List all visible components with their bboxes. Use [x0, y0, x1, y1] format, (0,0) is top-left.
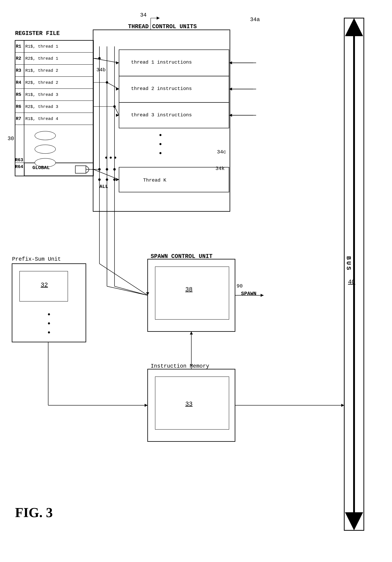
ellipse-2 — [35, 145, 56, 154]
svg-marker-45 — [345, 18, 363, 36]
register-file-label: REGISTER FILE — [15, 30, 60, 37]
svg-point-35 — [113, 178, 116, 181]
reg-val-r1: R1$, thread 1 — [24, 44, 58, 49]
svg-point-33 — [98, 178, 101, 181]
svg-marker-47 — [345, 512, 363, 530]
ref-34k: 34k — [215, 166, 225, 171]
svg-line-28 — [115, 106, 119, 115]
ref-34a: 34a — [250, 17, 260, 23]
reg-r64-label: R64 — [15, 164, 23, 169]
ref-30: 30 — [8, 136, 14, 142]
thread2-instr-label: thread 2 instructions — [131, 86, 192, 92]
thread-k-label: Thread K — [143, 177, 166, 183]
svg-marker-65 — [341, 404, 344, 407]
svg-line-19 — [93, 58, 119, 63]
ref-32: 32 — [41, 282, 48, 289]
svg-rect-72 — [75, 166, 86, 173]
svg-line-58 — [99, 264, 148, 295]
svg-point-26 — [106, 81, 108, 84]
svg-point-74 — [98, 168, 101, 171]
svg-point-76 — [113, 168, 116, 171]
svg-line-31 — [93, 169, 119, 180]
svg-marker-70 — [145, 404, 148, 407]
svg-marker-32 — [116, 178, 119, 181]
svg-rect-0 — [93, 30, 230, 211]
svg-rect-4 — [119, 167, 229, 192]
ref-34: 34 — [140, 12, 147, 18]
svg-rect-51 — [148, 259, 235, 331]
instr-mem-title: Instruction Memory — [151, 363, 209, 369]
reg-row-r4: R4 R2$, thread 2 — [15, 77, 93, 89]
ref-38: 38 — [185, 286, 193, 293]
ref-33: 33 — [185, 401, 193, 408]
reg-row-r2: R2 R2$, thread 1 — [15, 52, 93, 64]
ref-90: 90 — [237, 283, 243, 289]
tcu-vertical-dots: ••• — [158, 131, 163, 158]
svg-line-24 — [107, 82, 119, 89]
all-label: ALL — [99, 184, 108, 189]
svg-marker-79 — [157, 17, 160, 20]
svg-line-59 — [107, 286, 148, 295]
svg-point-22 — [98, 57, 101, 59]
prefix-dots: ••• — [47, 310, 51, 338]
tcu-label: THREAD CONTROL UNITS — [128, 23, 197, 30]
ref-34b: 34b — [96, 67, 106, 73]
ellipse-1 — [35, 131, 56, 140]
svg-point-75 — [106, 168, 108, 171]
spawn-label: SPAWN — [241, 291, 256, 296]
svg-point-30 — [113, 105, 116, 108]
global-label: GLOBAL — [32, 165, 50, 171]
ref-40: 40 — [348, 279, 355, 285]
reg-row-r6: R6 R2$, thread 3 — [15, 101, 93, 113]
bus-dots: ••• — [104, 154, 117, 163]
svg-point-34 — [106, 178, 108, 181]
reg-num-r1: R1 — [15, 40, 24, 52]
reg-r63-label: R63 — [15, 157, 23, 163]
svg-marker-67 — [261, 294, 264, 297]
reg-row-r1: R1 R1$, thread 1 — [15, 40, 93, 52]
fig3-label: FIG. 3 — [15, 505, 53, 520]
svg-marker-63 — [190, 331, 193, 335]
reg-row-r5: R5 R1$, thread 3 — [15, 89, 93, 101]
thread1-instr-label: thread 1 instructions — [131, 59, 192, 65]
svg-line-60 — [115, 286, 148, 295]
thread3-instr-label: thread 3 instructions — [131, 112, 192, 118]
prefix-sum-title: Prefix-Sum Unit — [12, 256, 61, 262]
bus-label: BUS — [345, 256, 352, 271]
ref-34c: 34c — [217, 149, 226, 155]
spawn-control-title: SPAWN CONTROL UNIT — [151, 253, 212, 260]
reg-row-r7: R7 R1$, thread 4 — [15, 113, 93, 125]
svg-marker-21 — [116, 61, 119, 64]
reg-row-r3: R3 R1$, thread 2 — [15, 64, 93, 77]
svg-rect-52 — [155, 267, 229, 319]
